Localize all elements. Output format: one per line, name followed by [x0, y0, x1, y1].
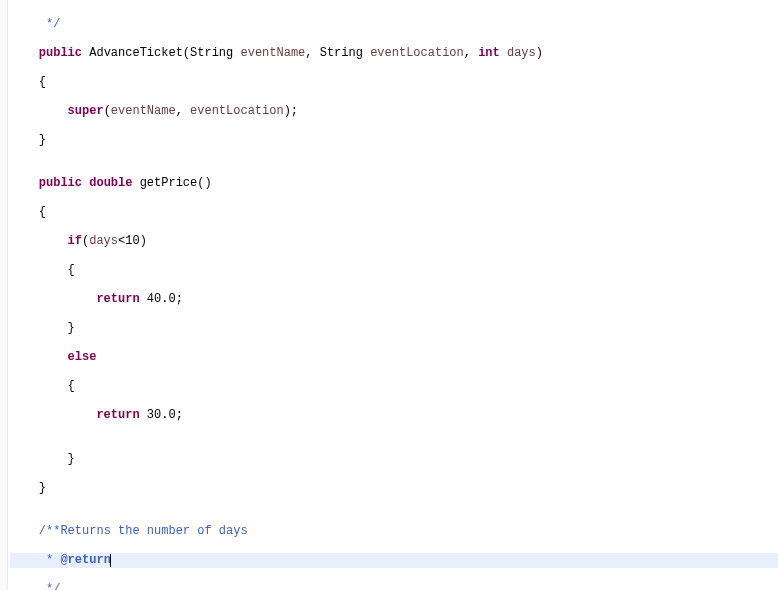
javadoc-text: Returns the number of days — [60, 524, 247, 538]
keyword-double: double — [89, 176, 132, 190]
operator: <10) — [118, 234, 147, 248]
keyword-return: return — [96, 292, 139, 306]
keyword-else: else — [68, 350, 97, 364]
param-name: eventLocation — [370, 46, 464, 60]
keyword-super: super — [68, 104, 104, 118]
brace-line: { — [10, 379, 778, 394]
param-name: eventName — [240, 46, 305, 60]
number-literal: 30.0 — [147, 408, 176, 422]
number-literal: 40.0 — [147, 292, 176, 306]
constructor-name: AdvanceTicket — [89, 46, 183, 60]
keyword-public: public — [39, 176, 82, 190]
brace-line: { — [10, 75, 778, 90]
keyword-return: return — [96, 408, 139, 422]
keyword-if: if — [68, 234, 82, 248]
editor-gutter — [0, 0, 8, 590]
javadoc-start: /** — [10, 524, 60, 538]
field-ref: days — [89, 234, 118, 248]
comment-text: */ — [10, 17, 60, 31]
param-type: String — [320, 46, 363, 60]
brace-line: } — [10, 481, 778, 496]
text-cursor — [110, 554, 111, 567]
brace-line: { — [10, 205, 778, 220]
keyword-public: public — [39, 46, 82, 60]
javadoc-tag-return: @return — [60, 553, 110, 567]
brace-line: { — [10, 263, 778, 278]
arg: eventName — [111, 104, 176, 118]
keyword-int: int — [478, 46, 500, 60]
javadoc-end: */ — [10, 582, 60, 590]
param-name: days — [507, 46, 536, 60]
brace-line: } — [10, 452, 778, 467]
brace-line: } — [10, 321, 778, 336]
javadoc-line: * — [10, 553, 60, 567]
code-editor[interactable]: */ public AdvanceTicket(String eventName… — [0, 0, 778, 590]
method-name: getPrice — [140, 176, 198, 190]
param-type: String — [190, 46, 233, 60]
arg: eventLocation — [190, 104, 284, 118]
brace-line: } — [10, 133, 778, 148]
